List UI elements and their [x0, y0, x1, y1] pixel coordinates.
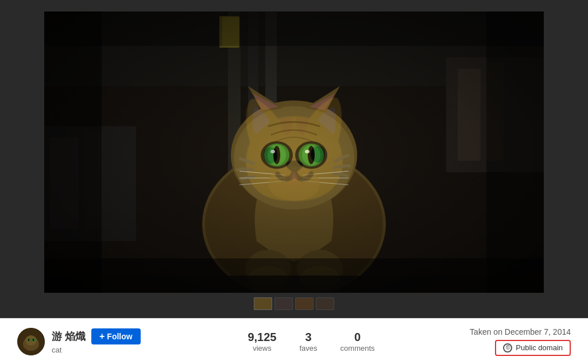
svg-point-25 [299, 144, 324, 166]
svg-line-33 [239, 171, 285, 175]
svg-point-27 [302, 145, 320, 165]
svg-point-39 [268, 166, 320, 201]
svg-point-28 [273, 146, 280, 164]
username-row: 游 焰熾 + Follow [52, 328, 141, 344]
plus-icon: + [99, 331, 105, 342]
svg-point-30 [270, 150, 275, 153]
user-tag: cat [52, 346, 141, 354]
bottom-bar: 游 焰熾 + Follow cat 9,125 views 3 faves 0 … [0, 318, 588, 364]
svg-point-23 [295, 141, 327, 169]
svg-rect-46 [44, 11, 102, 293]
svg-rect-48 [44, 11, 544, 46]
svg-rect-45 [44, 11, 544, 293]
comments-label: comments [341, 344, 375, 353]
photo-container [44, 11, 544, 293]
svg-rect-47 [486, 11, 544, 293]
views-stat: 9,125 views [247, 330, 276, 353]
copyright-icon: © [503, 343, 512, 353]
cat-photo [44, 11, 544, 293]
svg-line-36 [303, 171, 349, 175]
svg-point-17 [234, 106, 354, 210]
svg-marker-20 [253, 93, 278, 110]
stats-section: 9,125 views 3 faves 0 comments [178, 330, 444, 353]
svg-point-16 [231, 100, 357, 210]
license-badge[interactable]: © Public domain [495, 340, 571, 356]
follow-button[interactable]: + Follow [91, 328, 141, 344]
main-content [0, 0, 588, 318]
taken-on-date: Taken on December 7, 2014 [470, 327, 571, 336]
svg-point-56 [33, 339, 34, 341]
faves-count: 3 [305, 330, 311, 344]
thumbnail-4[interactable] [316, 297, 334, 310]
faves-label: faves [300, 344, 318, 353]
svg-marker-32 [290, 171, 298, 178]
views-label: views [253, 344, 272, 353]
svg-point-26 [268, 145, 286, 165]
svg-rect-49 [44, 258, 544, 293]
thumbnail-1[interactable] [254, 297, 272, 310]
svg-point-52 [25, 335, 37, 346]
thumbnail-3[interactable] [295, 297, 314, 310]
svg-marker-21 [310, 93, 335, 110]
comments-count: 0 [354, 330, 361, 344]
user-section: 游 焰熾 + Follow cat [17, 328, 178, 355]
svg-point-29 [308, 146, 315, 164]
meta-section: Taken on December 7, 2014 © Public domai… [444, 327, 571, 356]
license-text: Public domain [516, 343, 563, 352]
svg-point-24 [264, 144, 289, 166]
svg-point-22 [261, 141, 293, 169]
comments-stat: 0 comments [341, 330, 375, 353]
username[interactable]: 游 焰熾 [52, 330, 86, 343]
user-info: 游 焰熾 + Follow cat [52, 328, 141, 354]
follow-label: Follow [107, 332, 132, 341]
svg-point-31 [305, 150, 310, 153]
svg-line-35 [239, 181, 285, 185]
avatar[interactable] [17, 328, 45, 355]
views-count: 9,125 [247, 330, 276, 344]
svg-line-38 [303, 181, 349, 185]
thumbnail-strip [254, 297, 334, 310]
thumbnail-2[interactable] [274, 297, 293, 310]
svg-point-55 [28, 339, 29, 341]
faves-stat: 3 faves [300, 330, 318, 353]
